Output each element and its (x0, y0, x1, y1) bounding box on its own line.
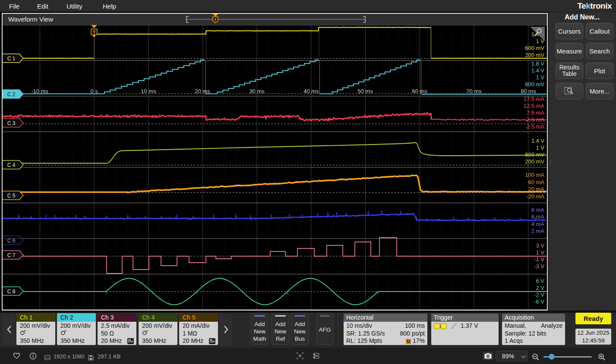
svg-text:10 ms: 10 ms (141, 88, 156, 94)
svg-text:20 mA: 20 mA (528, 186, 544, 192)
svg-text:30 ms: 30 ms (249, 88, 265, 94)
svg-text:-10 ms: -10 ms (31, 88, 48, 94)
svg-text:C 1: C 1 (7, 56, 16, 62)
svg-text:C 2: C 2 (7, 91, 16, 97)
svg-text:1.8 V: 1.8 V (531, 60, 545, 67)
svg-text:2 V: 2 V (536, 285, 544, 291)
svg-text:-3 V: -3 V (534, 263, 544, 270)
svg-text:1.4 V: 1.4 V (531, 138, 545, 144)
svg-text:60 ms: 60 ms (412, 88, 427, 94)
svg-text:-20 mA: -20 mA (526, 193, 544, 200)
svg-text:80 ms: 80 ms (521, 88, 536, 94)
svg-text:60 mA: 60 mA (528, 179, 544, 185)
svg-text:50 ms: 50 ms (357, 88, 373, 94)
svg-text:600 mV: 600 mV (525, 151, 544, 158)
svg-text:0 s: 0 s (90, 88, 98, 94)
svg-text:2.5 mA: 2.5 mA (527, 116, 545, 123)
svg-text:1 V: 1 V (536, 144, 544, 151)
svg-text:12.5 mA: 12.5 mA (524, 103, 545, 109)
svg-text:40 ms: 40 ms (303, 88, 319, 94)
svg-text:1 V: 1 V (536, 74, 544, 81)
svg-text:4 mA: 4 mA (531, 221, 545, 227)
svg-text:-1 V: -1 V (534, 256, 544, 263)
svg-text:C 7: C 7 (7, 252, 16, 258)
svg-text:70 ms: 70 ms (466, 88, 482, 94)
svg-text:T: T (93, 30, 96, 35)
svg-text:17.5 mA: 17.5 mA (524, 96, 545, 102)
svg-text:6 V: 6 V (536, 278, 544, 284)
svg-text:-6 V: -6 V (534, 298, 544, 305)
svg-text:C 6: C 6 (7, 238, 16, 244)
svg-text:T: T (214, 17, 217, 22)
svg-text:C 4: C 4 (7, 162, 16, 168)
svg-text:C 3: C 3 (7, 120, 16, 126)
svg-text:600 mV: 600 mV (525, 81, 544, 88)
svg-text:-2 V: -2 V (534, 292, 544, 298)
svg-text:20 ms: 20 ms (195, 88, 210, 94)
svg-text:600 mV: 600 mV (525, 45, 544, 51)
svg-text:-2.5 mA: -2.5 mA (524, 123, 544, 130)
svg-text:200 mV: 200 mV (525, 52, 544, 58)
svg-text:C 8: C 8 (7, 289, 16, 295)
svg-text:2 mA: 2 mA (531, 228, 545, 234)
svg-text:100 mA: 100 mA (525, 172, 544, 178)
svg-text:C 5: C 5 (7, 193, 16, 199)
svg-text:7.5 mA: 7.5 mA (527, 110, 545, 116)
svg-text:6 mA: 6 mA (531, 213, 545, 220)
svg-text:8 mA: 8 mA (531, 207, 545, 213)
svg-text:1.4 V: 1.4 V (531, 67, 545, 74)
svg-text:1 V: 1 V (536, 249, 544, 256)
svg-text:3 V: 3 V (536, 242, 544, 249)
svg-text:200 mV: 200 mV (525, 158, 544, 165)
